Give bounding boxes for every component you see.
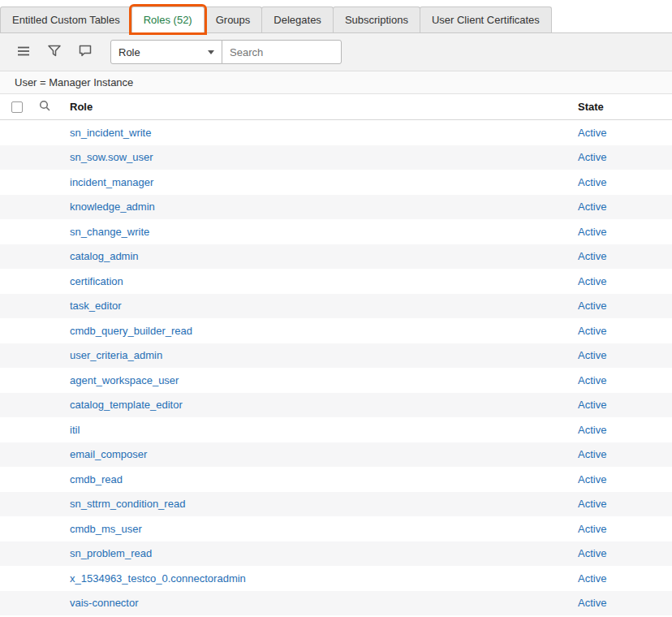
table-row: email_composer Active [0, 442, 672, 468]
list-menu-button[interactable] [13, 41, 34, 63]
tab-bar: Entitled Custom Tables Roles (52) Groups… [0, 0, 672, 33]
state-link[interactable]: Active [578, 597, 606, 609]
table-row: sn_problem_read Active [0, 541, 672, 567]
role-link[interactable]: cmdb_ms_user [70, 523, 142, 535]
table-row: knowledge_admin Active [0, 195, 672, 220]
table-row: user_criteria_admin Active [0, 343, 672, 369]
filter-icon [48, 45, 61, 59]
state-link[interactable]: Active [578, 374, 606, 386]
chat-icon [79, 45, 92, 59]
table-row: cmdb_query_builder_read Active [0, 318, 672, 343]
roles-table: Role State sn_incident_write Active sn_s… [0, 94, 672, 615]
role-link[interactable]: certification [70, 275, 123, 287]
role-link[interactable]: user_criteria_admin [70, 349, 162, 361]
table-row: sn_incident_write Active [0, 120, 672, 145]
role-link[interactable]: catalog_admin [70, 250, 139, 262]
tab-label: Subscriptions [345, 14, 408, 26]
search-column-value: Role [118, 46, 140, 58]
state-link[interactable]: Active [578, 523, 606, 535]
tab-label: Delegates [274, 14, 321, 26]
table-header-row: Role State [0, 94, 672, 120]
table-row: agent_workspace_user Active [0, 368, 672, 393]
search-column-select[interactable]: Role [110, 40, 222, 64]
state-link[interactable]: Active [578, 226, 606, 238]
table-row: certification Active [0, 269, 672, 294]
list-menu-icon [17, 45, 30, 59]
table-row: sn_change_write Active [0, 219, 672, 244]
tab-delegates[interactable]: Delegates [261, 6, 334, 32]
filter-button[interactable] [44, 41, 65, 63]
table-body: sn_incident_write Active sn_sow.sow_user… [0, 120, 672, 615]
state-link[interactable]: Active [578, 325, 606, 337]
table-row: sn_sow.sow_user Active [0, 145, 672, 170]
state-link[interactable]: Active [578, 399, 606, 411]
role-link[interactable]: cmdb_query_builder_read [70, 325, 192, 337]
role-link[interactable]: sn_problem_read [70, 547, 152, 559]
role-link[interactable]: sn_sow.sow_user [70, 151, 153, 163]
table-row: catalog_template_editor Active [0, 393, 672, 418]
list-toolbar: Role [0, 33, 672, 71]
table-row: sn_sttrm_condition_read Active [0, 492, 672, 517]
state-link[interactable]: Active [578, 201, 606, 213]
table-row: catalog_admin Active [0, 244, 672, 270]
role-link[interactable]: knowledge_admin [70, 201, 155, 213]
role-link[interactable]: catalog_template_editor [70, 399, 183, 411]
role-link[interactable]: sn_sttrm_condition_read [70, 498, 185, 510]
select-all-checkbox[interactable] [11, 101, 23, 113]
table-row: x_1534963_testco_0.connectoradmin Active [0, 566, 672, 591]
role-link[interactable]: email_composer [70, 448, 147, 460]
column-search-icon[interactable] [39, 100, 50, 114]
state-link[interactable]: Active [578, 572, 606, 585]
state-link[interactable]: Active [578, 176, 606, 188]
breadcrumb[interactable]: User = Manager Instance [0, 71, 672, 94]
state-link[interactable]: Active [578, 498, 606, 510]
tab-entitled-custom-tables[interactable]: Entitled Custom Tables [0, 6, 132, 32]
state-link[interactable]: Active [578, 349, 606, 361]
role-link[interactable]: task_editor [70, 300, 122, 312]
tab-subscriptions[interactable]: Subscriptions [333, 6, 420, 32]
table-row: itil Active [0, 417, 672, 442]
table-row: incident_manager Active [0, 170, 672, 195]
search-input[interactable] [222, 40, 342, 64]
tab-label: Roles (52) [144, 14, 192, 26]
state-link[interactable]: Active [578, 275, 606, 287]
state-link[interactable]: Active [578, 473, 606, 485]
tab-label: User Client Certificates [432, 14, 540, 26]
breadcrumb-text: User = Manager Instance [15, 76, 133, 88]
role-link[interactable]: agent_workspace_user [70, 374, 179, 386]
role-link[interactable]: itil [70, 424, 80, 436]
tab-label: Entitled Custom Tables [12, 14, 120, 26]
state-link[interactable]: Active [578, 547, 606, 559]
state-link[interactable]: Active [578, 250, 606, 262]
role-link[interactable]: incident_manager [70, 176, 153, 188]
table-row: vais-connector Active [0, 591, 672, 616]
chat-button[interactable] [75, 41, 96, 63]
table-row: task_editor Active [0, 294, 672, 319]
table-row: cmdb_read Active [0, 467, 672, 492]
role-link[interactable]: vais-connector [70, 597, 139, 609]
table-row: cmdb_ms_user Active [0, 516, 672, 541]
role-link[interactable]: sn_incident_write [70, 127, 151, 139]
state-link[interactable]: Active [578, 424, 606, 436]
column-header-state[interactable]: State [578, 101, 672, 113]
tab-user-client-certificates[interactable]: User Client Certificates [420, 6, 552, 32]
role-link[interactable]: x_1534963_testco_0.connectoradmin [70, 572, 246, 585]
role-link[interactable]: sn_change_write [70, 226, 149, 238]
chevron-down-icon [208, 50, 214, 54]
state-link[interactable]: Active [578, 127, 606, 139]
state-link[interactable]: Active [578, 151, 606, 163]
state-link[interactable]: Active [578, 300, 606, 312]
role-link[interactable]: cmdb_read [70, 473, 123, 485]
tab-groups[interactable]: Groups [204, 6, 263, 32]
tab-label: Groups [216, 14, 251, 26]
roles-list-page: Entitled Custom Tables Roles (52) Groups… [0, 0, 672, 617]
tab-roles-52[interactable]: Roles (52) [131, 6, 205, 32]
column-header-role[interactable]: Role [70, 101, 578, 113]
state-link[interactable]: Active [578, 448, 606, 460]
